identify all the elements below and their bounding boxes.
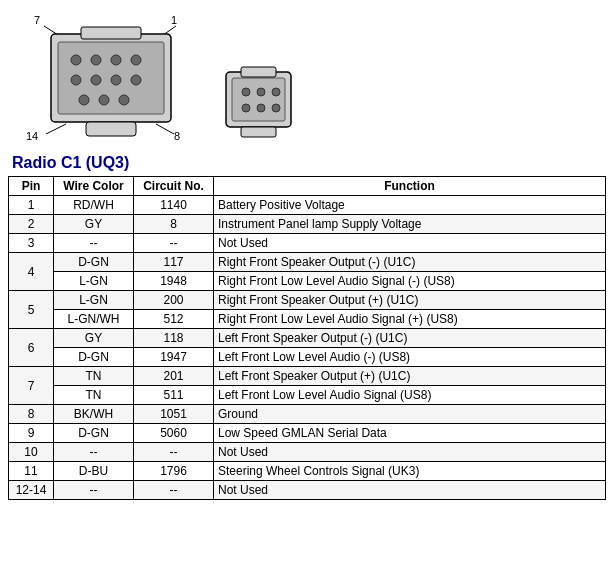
svg-text:8: 8: [174, 130, 180, 142]
svg-point-9: [111, 55, 121, 65]
svg-line-20: [46, 124, 66, 134]
cell-circuit: 5060: [134, 424, 214, 443]
cell-function: Right Front Speaker Output (+) (U1C): [214, 291, 606, 310]
table-title: Radio C1 (UQ3): [8, 154, 606, 172]
cell-pin: 8: [9, 405, 54, 424]
cell-pin: 4: [9, 253, 54, 291]
cell-function: Battery Positive Voltage: [214, 196, 606, 215]
table-row: 10----Not Used: [9, 443, 606, 462]
table-row: 3----Not Used: [9, 234, 606, 253]
cell-pin: 2: [9, 215, 54, 234]
table-row: 7TN201Left Front Speaker Output (+) (U1C…: [9, 367, 606, 386]
table-row: 9D-GN5060Low Speed GMLAN Serial Data: [9, 424, 606, 443]
cell-wire: --: [54, 234, 134, 253]
cell-circuit: 201: [134, 367, 214, 386]
cell-function: Not Used: [214, 443, 606, 462]
svg-rect-32: [241, 127, 276, 137]
cell-wire: GY: [54, 215, 134, 234]
table-row: 5L-GN200Right Front Speaker Output (+) (…: [9, 291, 606, 310]
connector-main-diagram: 7 1: [16, 12, 196, 142]
cell-circuit: 511: [134, 386, 214, 405]
cell-pin: 1: [9, 196, 54, 215]
svg-rect-6: [81, 27, 141, 39]
cell-function: Right Front Low Level Audio Signal (-) (…: [214, 272, 606, 291]
header-function: Function: [214, 177, 606, 196]
cell-circuit: --: [134, 443, 214, 462]
table-row: L-GN/WH512Right Front Low Level Audio Si…: [9, 310, 606, 329]
cell-function: Instrument Panel lamp Supply Voltage: [214, 215, 606, 234]
cell-circuit: 1947: [134, 348, 214, 367]
cell-circuit: 1051: [134, 405, 214, 424]
table-row: 1RD/WH1140Battery Positive Voltage: [9, 196, 606, 215]
cell-circuit: --: [134, 234, 214, 253]
svg-point-15: [79, 95, 89, 105]
header-circuit: Circuit No.: [134, 177, 214, 196]
cell-function: Steering Wheel Controls Signal (UK3): [214, 462, 606, 481]
svg-text:1: 1: [171, 14, 177, 26]
cell-pin: 10: [9, 443, 54, 462]
table-row: 12-14----Not Used: [9, 481, 606, 500]
svg-point-27: [257, 88, 265, 96]
header-pin: Pin: [9, 177, 54, 196]
cell-circuit: 200: [134, 291, 214, 310]
svg-line-22: [156, 124, 174, 134]
cell-function: Not Used: [214, 234, 606, 253]
cell-function: Left Front Speaker Output (-) (U1C): [214, 329, 606, 348]
svg-text:14: 14: [26, 130, 38, 142]
svg-point-11: [71, 75, 81, 85]
cell-circuit: 1796: [134, 462, 214, 481]
cell-circuit: 117: [134, 253, 214, 272]
header-wire: Wire Color: [54, 177, 134, 196]
cell-wire: L-GN/WH: [54, 310, 134, 329]
svg-point-12: [91, 75, 101, 85]
cell-wire: L-GN: [54, 291, 134, 310]
svg-point-14: [131, 75, 141, 85]
svg-point-26: [242, 88, 250, 96]
cell-wire: D-GN: [54, 253, 134, 272]
cell-pin: 5: [9, 291, 54, 329]
cell-function: Left Front Speaker Output (+) (U1C): [214, 367, 606, 386]
cell-pin: 11: [9, 462, 54, 481]
cell-function: Right Front Low Level Audio Signal (+) (…: [214, 310, 606, 329]
cell-circuit: 1140: [134, 196, 214, 215]
svg-point-8: [91, 55, 101, 65]
table-row: D-GN1947Left Front Low Level Audio (-) (…: [9, 348, 606, 367]
cell-function: Right Front Speaker Output (-) (U1C): [214, 253, 606, 272]
svg-text:7: 7: [34, 14, 40, 26]
cell-function: Left Front Low Level Audio Signal (US8): [214, 386, 606, 405]
table-row: 6GY118Left Front Speaker Output (-) (U1C…: [9, 329, 606, 348]
cell-wire: TN: [54, 386, 134, 405]
cell-wire: BK/WH: [54, 405, 134, 424]
cell-circuit: --: [134, 481, 214, 500]
cell-pin: 9: [9, 424, 54, 443]
table-row: 2GY8Instrument Panel lamp Supply Voltage: [9, 215, 606, 234]
svg-point-29: [242, 104, 250, 112]
svg-point-31: [272, 104, 280, 112]
table-row: L-GN1948Right Front Low Level Audio Sign…: [9, 272, 606, 291]
cell-pin: 7: [9, 367, 54, 405]
cell-circuit: 118: [134, 329, 214, 348]
diagram-area: 7 1: [8, 8, 606, 146]
cell-wire: --: [54, 481, 134, 500]
cell-pin: 6: [9, 329, 54, 367]
cell-function: Not Used: [214, 481, 606, 500]
cell-circuit: 8: [134, 215, 214, 234]
cell-wire: D-BU: [54, 462, 134, 481]
cell-wire: --: [54, 443, 134, 462]
svg-point-17: [119, 95, 129, 105]
cell-pin: 3: [9, 234, 54, 253]
svg-point-10: [131, 55, 141, 65]
svg-point-28: [272, 88, 280, 96]
cell-function: Left Front Low Level Audio (-) (US8): [214, 348, 606, 367]
svg-rect-24: [232, 78, 285, 121]
svg-point-16: [99, 95, 109, 105]
svg-point-7: [71, 55, 81, 65]
cell-wire: D-GN: [54, 424, 134, 443]
cell-wire: RD/WH: [54, 196, 134, 215]
cell-function: Low Speed GMLAN Serial Data: [214, 424, 606, 443]
cell-wire: D-GN: [54, 348, 134, 367]
svg-point-13: [111, 75, 121, 85]
cell-wire: L-GN: [54, 272, 134, 291]
wiring-table: Pin Wire Color Circuit No. Function 1RD/…: [8, 176, 606, 500]
svg-point-30: [257, 104, 265, 112]
